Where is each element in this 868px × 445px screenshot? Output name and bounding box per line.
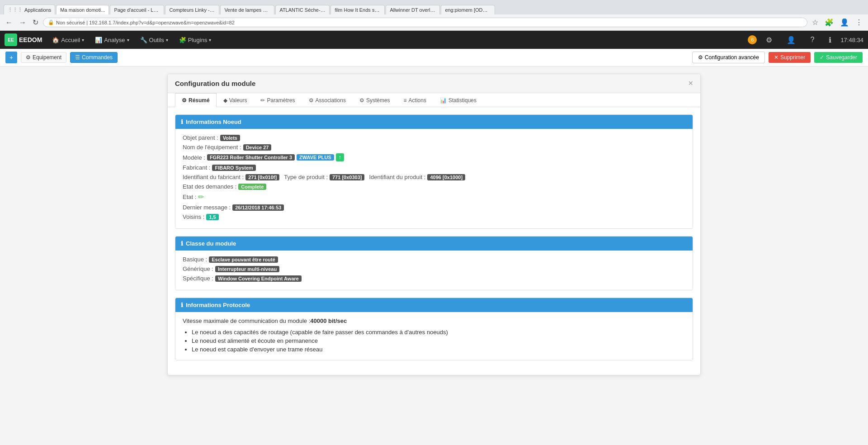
browser-tab[interactable]: ⋮⋮⋮ Applications	[4, 5, 55, 14]
wrench-icon: 🔧	[140, 37, 147, 43]
extensions-button[interactable]: 🧩	[823, 17, 835, 28]
browser-tab[interactable]: Ma maison domoti...	[56, 5, 109, 14]
generique-badge: Interrupteur multi-niveau	[215, 266, 279, 272]
etat-label: Etat :	[183, 194, 196, 200]
lock-icon: 🔒	[48, 19, 54, 25]
reload-button[interactable]: ↻	[31, 17, 40, 28]
sauvegarder-button[interactable]: ✓ Sauvegarder	[814, 52, 863, 63]
capability-item: Le noeud est alimenté et écoute en perma…	[192, 337, 685, 344]
chevron-down-icon: ▾	[82, 38, 84, 43]
nav-accueil[interactable]: 🏠 Accueil ▾	[47, 31, 90, 49]
panel-close-button[interactable]: ×	[688, 79, 693, 88]
section-classe-title: Classe du module	[186, 240, 236, 247]
systemes-icon: ⚙	[359, 97, 364, 104]
gear-icon: ⚙	[698, 54, 703, 61]
settings-icon[interactable]: ⚙	[760, 31, 778, 49]
section-info-noeud-title: Informations Noeud	[186, 118, 241, 125]
tab-systemes[interactable]: ⚙ Systèmes	[353, 93, 397, 107]
id-produit-badge: 4096 [0x1000]	[427, 174, 465, 180]
jeedom-logo: EE EEDOM	[5, 33, 42, 46]
fabricant-label: Fabricant :	[183, 164, 210, 171]
browser-tab[interactable]: Allwinner DT overla...	[386, 5, 440, 14]
tab-statistiques[interactable]: 📊 Statistiques	[433, 93, 483, 107]
capability-item: Le noeud est capable d'envoyer une trame…	[192, 346, 685, 353]
type-produit-badge: 771 [0x0303]	[330, 174, 364, 180]
equipment-icon: ⚙	[26, 54, 31, 61]
browser-tab[interactable]: Vente de lampes Ph...	[220, 5, 274, 14]
browser-tab[interactable]: eng:piomem [ODRO...	[441, 5, 495, 14]
dernier-message-label: Dernier message :	[183, 204, 231, 211]
objet-parent-badge: Volets	[220, 135, 240, 141]
vitesse-text: Vitesse maximale de communication du mod…	[183, 317, 685, 324]
trash-icon: ✕	[774, 54, 778, 61]
basique-label: Basique :	[183, 256, 207, 263]
modele-label: Modèle :	[183, 154, 205, 161]
type-produit-label: Type de produit :	[284, 174, 328, 180]
nav-plugins[interactable]: 🧩 Plugins ▾	[174, 31, 217, 49]
parametres-icon: ✏	[260, 97, 265, 104]
capability-item: Le noeud a des capacités de routage (cap…	[192, 329, 685, 336]
profile-button[interactable]: 👤	[838, 17, 851, 28]
supprimer-button[interactable]: ✕ Supprimer	[769, 52, 811, 63]
check-icon: ✓	[820, 54, 824, 61]
browser-tab[interactable]: Page d'accueil - Lox...	[110, 5, 164, 14]
tab-equipement[interactable]: ⚙ Equipement	[21, 52, 66, 63]
valeurs-icon: ◆	[223, 97, 227, 104]
actions-icon: ≡	[404, 97, 407, 104]
refresh-button[interactable]: +	[5, 52, 17, 63]
pencil-icon[interactable]: ✏	[198, 193, 204, 201]
modele-badge1: FGR223 Roller Shutter Controller 3	[207, 154, 295, 161]
info-circle-icon2: ℹ	[181, 240, 183, 247]
clock: 17:48:34	[840, 37, 863, 43]
nav-analyse[interactable]: 📊 Analyse ▾	[90, 31, 134, 49]
objet-parent-label: Objet parent :	[183, 134, 218, 141]
menu-button[interactable]: ⋮	[854, 17, 864, 28]
dernier-message-badge: 26/12/2018 17:46:53	[232, 204, 284, 211]
tab-parametres[interactable]: ✏ Paramètres	[254, 93, 302, 107]
generique-label: Générique :	[183, 265, 213, 272]
panel-title: Configuration du module	[175, 80, 255, 87]
tab-valeurs[interactable]: ◆ Valeurs	[217, 93, 254, 107]
voisins-badge: 1,5	[206, 214, 218, 220]
info-icon[interactable]: ℹ	[823, 31, 837, 49]
chevron-down-icon: ▾	[209, 38, 211, 43]
back-button[interactable]: ←	[4, 18, 14, 28]
id-produit-label: Identifiant du produit :	[369, 174, 425, 180]
id-fabricant-label: Identifiant du fabricant :	[183, 174, 244, 180]
specifique-badge: Window Covering Endpoint Aware	[215, 275, 302, 282]
home-icon: 🏠	[52, 37, 59, 43]
modele-action-button[interactable]: ↑	[336, 153, 344, 161]
url-text: Non sécurisé | 192.168.1.7/index.php?v=d…	[56, 20, 235, 25]
help-icon[interactable]: ?	[805, 31, 820, 49]
section-protocole-title: Informations Protocole	[186, 302, 250, 308]
nav-outils[interactable]: 🔧 Outils ▾	[135, 31, 174, 49]
config-avancee-button[interactable]: ⚙ Configuration avancée	[692, 52, 765, 63]
etat-demandes-badge: Complete	[238, 184, 266, 190]
tab-commandes[interactable]: ☰ Commandes	[70, 52, 118, 63]
specifique-label: Spécifique :	[183, 275, 213, 282]
browser-tab[interactable]: ATLANTIC Séche-ser...	[275, 5, 330, 14]
chart-icon: 📊	[95, 37, 102, 43]
notification-badge: 6	[748, 35, 757, 44]
browser-tab[interactable]: film How It Ends str...	[330, 5, 385, 14]
plugins-icon: 🧩	[179, 37, 186, 43]
voisins-label: Voisins :	[183, 213, 204, 220]
forward-button[interactable]: →	[17, 18, 28, 28]
browser-tab[interactable]: Compteurs Linky - A...	[165, 5, 219, 14]
modele-badge2: ZWAVE PLUS	[297, 154, 334, 161]
tab-actions[interactable]: ≡ Actions	[397, 93, 433, 107]
bookmark-button[interactable]: ☆	[810, 17, 820, 28]
commands-icon: ☰	[75, 54, 80, 61]
tab-resume[interactable]: ⚙ Résumé	[175, 93, 217, 107]
basique-badge: Esclave pouvant être routé	[209, 256, 278, 263]
fabricant-badge: FIBARO System	[212, 165, 255, 171]
nom-equipement-label: Nom de l'équipement :	[183, 144, 241, 151]
capabilities-list: Le noeud a des capacités de routage (cap…	[183, 329, 685, 353]
statistiques-icon: 📊	[440, 97, 447, 104]
nom-equipement-badge: Device 27	[243, 144, 272, 151]
info-circle-icon3: ℹ	[181, 302, 183, 308]
user-icon[interactable]: 👤	[781, 31, 801, 49]
tab-associations[interactable]: ⚙ Associations	[302, 93, 353, 107]
chevron-down-icon: ▾	[166, 38, 168, 43]
associations-icon: ⚙	[309, 97, 314, 104]
